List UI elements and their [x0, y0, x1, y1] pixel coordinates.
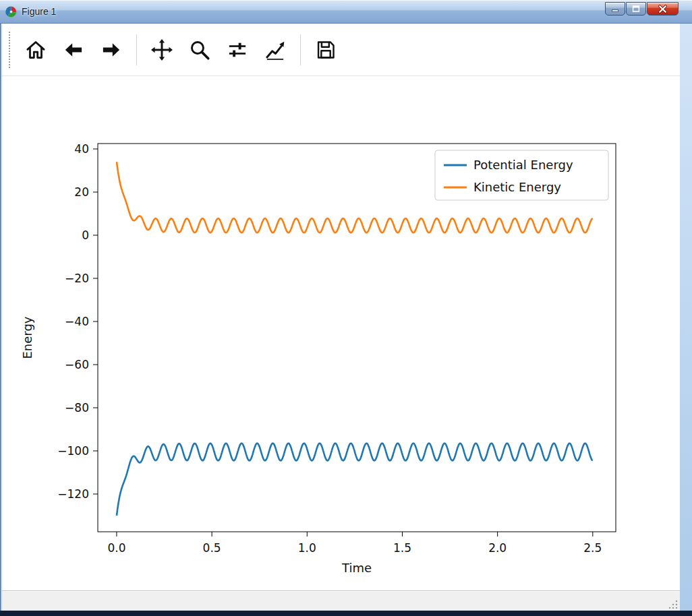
y-tick-label: −120 [57, 487, 89, 501]
x-tick-label: 2.0 [488, 541, 507, 555]
close-icon [658, 5, 667, 13]
y-tick-label: −40 [65, 315, 89, 328]
toolbar-separator [300, 34, 301, 65]
zoom-button[interactable] [181, 31, 219, 69]
edit-parameters-button[interactable] [256, 31, 294, 69]
x-axis-label: Time [341, 561, 372, 575]
configure-subplots-button[interactable] [219, 31, 256, 69]
titlebar[interactable]: Figure 1 [0, 0, 692, 24]
y-tick-label: 0 [82, 228, 89, 242]
close-button[interactable] [647, 2, 679, 16]
y-axis-label: Energy [20, 316, 34, 359]
x-tick-label: 1.0 [298, 541, 316, 555]
legend-label: Kinetic Energy [473, 180, 561, 194]
home-button[interactable] [17, 31, 55, 69]
back-arrow-icon [62, 38, 85, 61]
resize-grip[interactable] [669, 600, 678, 609]
y-tick-label: −80 [65, 401, 89, 414]
window-title: Figure 1 [22, 6, 56, 17]
back-button[interactable] [55, 31, 92, 69]
legend-label: Potential Energy [473, 158, 573, 172]
x-tick-label: 0.5 [203, 541, 221, 555]
zoom-magnifier-icon [188, 38, 211, 61]
figure-canvas[interactable]: 0.00.51.01.52.02.540200−20−40−60−80−100−… [2, 76, 680, 590]
save-floppy-icon [314, 38, 337, 61]
plot-canvas[interactable]: 0.00.51.01.52.02.540200−20−40−60−80−100−… [2, 76, 680, 590]
x-tick-label: 2.5 [583, 541, 602, 555]
window-border-bottom [0, 611, 692, 616]
desktop: Figure 1 [0, 0, 692, 616]
status-bar [2, 590, 680, 611]
window-body: 0.00.51.01.52.02.540200−20−40−60−80−100−… [2, 24, 680, 611]
matplotlib-window-icon [5, 6, 17, 18]
toolbar-separator [136, 34, 137, 65]
y-tick-label: −100 [57, 444, 89, 458]
toolbar-grip[interactable] [9, 32, 10, 68]
window-border-right [680, 24, 692, 611]
maximize-icon [632, 5, 640, 13]
y-tick-label: 20 [74, 185, 89, 199]
y-tick-label: −20 [65, 272, 89, 285]
forward-button[interactable] [92, 31, 130, 69]
line-chart-icon [264, 38, 287, 61]
window-controls [605, 2, 679, 16]
minimize-button[interactable] [605, 2, 625, 16]
navigation-toolbar [2, 24, 680, 76]
sliders-icon [226, 38, 249, 61]
plot-area[interactable] [98, 144, 616, 532]
pan-move-icon [150, 38, 173, 61]
x-tick-label: 1.5 [393, 541, 411, 555]
y-tick-label: 40 [74, 142, 89, 156]
x-tick-label: 0.0 [107, 541, 125, 555]
pan-button[interactable] [143, 31, 181, 69]
y-tick-label: −60 [65, 358, 89, 371]
maximize-button[interactable] [626, 2, 646, 16]
save-button[interactable] [307, 31, 345, 69]
forward-arrow-icon [100, 38, 123, 61]
minimize-icon [611, 5, 619, 13]
home-icon [24, 38, 47, 61]
